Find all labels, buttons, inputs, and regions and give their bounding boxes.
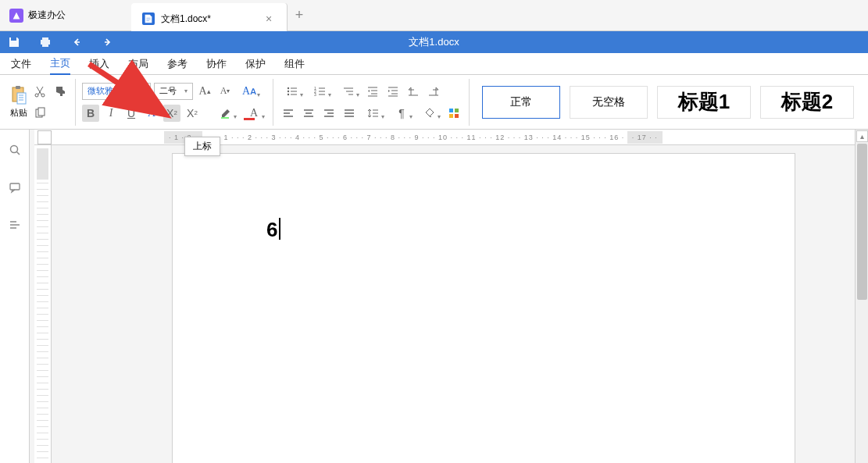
bold-button[interactable]: B — [82, 105, 99, 122]
svg-rect-52 — [455, 109, 459, 112]
bullets-button[interactable]: ▾ — [280, 83, 305, 100]
tab-addins[interactable]: 组件 — [284, 54, 305, 74]
tab-file[interactable]: 文件 — [11, 54, 31, 74]
highlight-button[interactable]: ▾ — [213, 105, 238, 122]
style-no-spacing[interactable]: 无空格 — [570, 86, 648, 119]
print-button[interactable] — [39, 36, 52, 48]
scroll-up-icon[interactable]: ▴ — [856, 130, 868, 142]
svg-point-13 — [288, 90, 289, 91]
tab-layout[interactable]: 布局 — [128, 54, 148, 74]
svg-rect-2 — [17, 93, 26, 104]
app-name-label: 极速办公 — [28, 9, 66, 22]
superscript-button[interactable]: X2 — [163, 105, 180, 122]
v-ruler[interactable] — [34, 145, 52, 463]
align-justify-button[interactable] — [341, 105, 358, 122]
svg-rect-9 — [38, 108, 45, 116]
styles-group: 正常 无空格 标题1 标题2 — [482, 86, 854, 119]
svg-rect-57 — [10, 183, 20, 190]
windows-logo-icon[interactable] — [445, 105, 463, 122]
close-icon[interactable]: × — [262, 12, 276, 26]
copy-button[interactable] — [31, 105, 48, 122]
numbering-button[interactable]: 123▾ — [308, 83, 333, 100]
svg-rect-54 — [455, 114, 459, 118]
h-ruler[interactable]: · 1 · 2 · · · · 1 · · · 2 · · · 3 · · · … — [34, 130, 868, 145]
menu-tabs: 文件 主页 插入 布局 参考 协作 保护 组件 — [0, 53, 868, 75]
tab-title: 文档1.docx* — [161, 12, 211, 26]
tab-home[interactable]: 主页 — [50, 53, 70, 75]
text-cursor — [279, 218, 280, 240]
paragraph-group: ▾ 123▾ ▾ ▾ ¶▾ ▾ — [273, 79, 470, 126]
tab-protect[interactable]: 保护 — [245, 54, 266, 74]
svg-point-55 — [10, 146, 17, 153]
subscript-button[interactable]: X2 — [184, 105, 201, 122]
tab-insert[interactable]: 插入 — [89, 54, 109, 74]
style-normal[interactable]: 正常 — [482, 86, 560, 119]
font-group: 微软雅黑▾ 二号▾ A▴ A▾ Aᴀ▾ B I U A X2 X2 ▾ A▾ — [76, 79, 273, 126]
comments-icon[interactable] — [9, 181, 21, 197]
multilevel-button[interactable]: ▾ — [336, 83, 361, 100]
svg-rect-53 — [449, 114, 453, 118]
save-button[interactable] — [8, 36, 20, 48]
font-color-button[interactable]: A▾ — [241, 105, 266, 122]
page-canvas[interactable]: 6 — [56, 145, 868, 463]
window-title: 文档1.docx — [409, 35, 459, 49]
editor-viewport: · 1 · 2 · · · · 1 · · · 2 · · · 3 · · · … — [30, 130, 868, 463]
ruler-scale: · 1 · 2 · · · · 1 · · · 2 · · · 3 · · · … — [55, 130, 868, 144]
decrease-indent2-button[interactable] — [425, 83, 442, 100]
tooltip-superscript: 上标 — [184, 137, 220, 156]
left-sidebar — [0, 130, 30, 463]
svg-point-11 — [288, 87, 289, 88]
doc-body-text[interactable]: 6 — [266, 218, 277, 242]
scroll-thumb[interactable] — [857, 144, 867, 300]
paste-label: 粘贴 — [10, 107, 27, 119]
change-case-button[interactable]: Aᴀ▾ — [237, 83, 262, 100]
tab-add[interactable]: + — [288, 0, 311, 30]
indent-button[interactable] — [384, 83, 402, 100]
redo-button[interactable] — [102, 36, 114, 48]
svg-point-6 — [35, 94, 38, 97]
vertical-scrollbar[interactable]: ▴ — [855, 130, 868, 463]
svg-rect-1 — [16, 86, 20, 89]
quick-access-bar: 文档1.docx — [0, 31, 868, 53]
paste-button[interactable]: 粘贴 — [9, 85, 28, 119]
svg-point-7 — [41, 94, 45, 97]
paragraph-mark-button[interactable]: ¶▾ — [389, 105, 414, 122]
italic-button[interactable]: I — [102, 105, 120, 122]
grow-font-button[interactable]: A▴ — [196, 83, 213, 100]
line-spacing-button[interactable]: ▾ — [361, 105, 386, 122]
page-1[interactable]: 6 — [172, 153, 795, 463]
align-left-button[interactable] — [280, 105, 297, 122]
align-center-button[interactable] — [300, 105, 317, 122]
style-heading1[interactable]: 标题1 — [657, 86, 751, 119]
undo-button[interactable] — [70, 36, 83, 48]
tab-collab[interactable]: 协作 — [206, 54, 227, 74]
doc-file-icon — [142, 12, 155, 25]
increase-indent2-button[interactable] — [405, 83, 422, 100]
tab-document[interactable]: 文档1.docx* × — [131, 3, 288, 34]
titlebar: 极速办公 文档1.docx* × + — [0, 0, 868, 31]
svg-line-56 — [16, 152, 20, 155]
svg-text:3: 3 — [314, 92, 316, 97]
svg-point-15 — [288, 93, 289, 94]
shrink-font-button[interactable]: A▾ — [216, 83, 234, 100]
tab-selector[interactable] — [38, 130, 52, 144]
font-name-select[interactable]: 微软雅黑▾ — [82, 83, 151, 100]
strikethrough-button[interactable]: A — [143, 105, 160, 122]
font-size-select[interactable]: 二号▾ — [154, 83, 193, 100]
svg-rect-51 — [449, 109, 453, 112]
format-painter-button[interactable] — [52, 83, 69, 100]
underline-button[interactable]: U — [123, 105, 140, 122]
outdent-button[interactable] — [364, 83, 381, 100]
shading-button[interactable]: ▾ — [417, 105, 442, 122]
editor-area: · 1 · 2 · · · · 1 · · · 2 · · · 3 · · · … — [0, 130, 868, 463]
align-right-button[interactable] — [320, 105, 338, 122]
cut-button[interactable] — [31, 83, 48, 100]
style-heading2[interactable]: 标题2 — [760, 86, 854, 119]
clipboard-group: 粘贴 — [3, 79, 76, 126]
headings-icon[interactable] — [9, 219, 21, 234]
svg-rect-10 — [221, 117, 229, 119]
tab-references[interactable]: 参考 — [167, 54, 188, 74]
ribbon: 粘贴 微软雅黑▾ 二号▾ A▴ A▾ Aᴀ▾ — [0, 75, 868, 130]
app-icon — [9, 9, 23, 23]
search-icon[interactable] — [9, 144, 21, 159]
